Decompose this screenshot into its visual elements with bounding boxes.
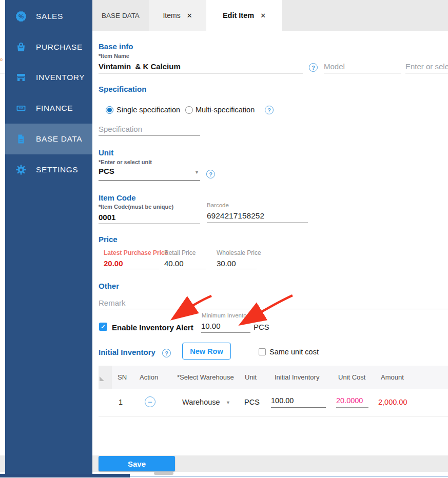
item-code-label: *Item Code(must be unique) (99, 204, 173, 210)
remark-input[interactable] (99, 297, 448, 309)
barcode-label: Barcode (207, 202, 229, 208)
retail-price-input[interactable] (164, 257, 206, 269)
svg-text:%: % (18, 13, 24, 19)
minimum-inventory-unit: PCS (254, 323, 269, 331)
sidebar-item-settings[interactable]: SETTINGS (5, 154, 92, 185)
window-bottom-border (130, 476, 448, 477)
sidebar-item-purchase[interactable]: PURCHASE (5, 32, 92, 63)
item-name-input[interactable] (99, 59, 303, 73)
retail-price-label: Retail Price (164, 249, 196, 256)
item-code-input[interactable] (99, 210, 200, 224)
background-partial-text: o (0, 57, 3, 62)
latest-purchase-price-input[interactable] (104, 257, 159, 269)
finance-banknote-icon: 100 (15, 102, 27, 114)
tab-items[interactable]: Items ✕ (149, 0, 206, 31)
unit-select[interactable]: PCS ▼ (99, 167, 200, 181)
sidebar-item-sales[interactable]: % SALES (5, 1, 92, 32)
col-header-initial-inventory: Initial Inventory (275, 373, 319, 381)
latest-purchase-price-label: Latest Purchase Price (104, 249, 168, 256)
col-header-unit: Unit (245, 373, 257, 381)
close-icon[interactable]: ✕ (187, 12, 192, 19)
tab-label: Items (163, 11, 180, 19)
sidebar-item-label: BASE DATA (36, 134, 82, 144)
section-title-item-code: Item Code (99, 193, 136, 202)
inventory-store-icon (15, 71, 27, 84)
sidebar-item-finance[interactable]: 100 FINANCE (5, 93, 92, 124)
help-icon[interactable]: ? (309, 63, 318, 72)
tab-bar: BASE DATA Items ✕ Edit Item ✕ (92, 0, 448, 31)
row-amount: 2,000.00 (378, 398, 407, 406)
col-header-unit-cost: Unit Cost (338, 373, 365, 381)
remove-row-button[interactable]: − (145, 396, 155, 407)
col-header-action: Action (140, 373, 158, 381)
radio-single-label: Single specification (116, 106, 180, 114)
col-header-warehouse: *Select Warehouse (177, 373, 234, 381)
background-window-sliver: o (0, 0, 5, 478)
close-icon[interactable]: ✕ (260, 12, 266, 19)
category-select-input[interactable] (405, 59, 448, 73)
sales-badge-percent-icon: % (15, 10, 27, 23)
new-row-button[interactable]: New Row (182, 343, 231, 360)
section-title-specification: Specification (99, 85, 146, 93)
horizontal-scrollbar-thumb[interactable] (154, 472, 173, 475)
row-sn: 1 (119, 398, 123, 406)
save-button[interactable]: Save (99, 456, 175, 471)
sidebar-item-base-data[interactable]: BASE DATA (5, 124, 92, 154)
section-title-other: Other (99, 282, 119, 290)
warehouse-select[interactable]: Warehouse (182, 398, 220, 406)
background-line (0, 73, 5, 73)
section-title-base-info: Base info (99, 42, 133, 51)
tab-base-data[interactable]: BASE DATA (92, 0, 149, 31)
row-initial-inventory-input[interactable] (271, 394, 326, 408)
table-row-divider (99, 416, 448, 416)
base-data-document-icon (15, 133, 27, 145)
unit-value: PCS (99, 167, 114, 175)
sidebar: % SALES PURCHASE INVENTORY 100 FINANCE B… (5, 0, 92, 474)
tab-label: Edit Item (223, 11, 254, 19)
unit-label: *Enter or select unit (99, 159, 152, 165)
svg-text:100: 100 (19, 107, 24, 110)
help-icon[interactable]: ? (162, 349, 171, 357)
section-title-initial-inventory: Initial Inventory (99, 348, 155, 356)
model-input[interactable] (324, 59, 401, 73)
purchase-bag-icon (15, 41, 27, 53)
sidebar-item-inventory[interactable]: INVENTORY (5, 62, 92, 93)
row-unit: PCS (244, 398, 260, 406)
item-name-label: *Item Name (99, 53, 129, 59)
tab-edit-item[interactable]: Edit Item ✕ (206, 0, 282, 31)
table-resize-grip-icon (100, 376, 104, 381)
radio-multi-specification[interactable] (185, 106, 193, 114)
sidebar-item-label: FINANCE (36, 104, 73, 113)
specification-input[interactable] (99, 123, 200, 136)
window-bottom-edge (0, 474, 130, 477)
settings-gear-icon (15, 164, 27, 176)
sidebar-item-label: INVENTORY (36, 73, 85, 82)
same-unit-cost-label: Same unit cost (269, 348, 319, 356)
same-unit-cost-checkbox[interactable] (259, 348, 266, 355)
background-footer-sliver (0, 455, 5, 472)
radio-multi-label: Multi-specification (196, 106, 255, 114)
barcode-input[interactable] (207, 209, 308, 223)
row-unit-cost-input[interactable] (336, 394, 368, 408)
sidebar-item-label: PURCHASE (36, 43, 83, 52)
col-header-sn: SN (118, 373, 127, 381)
wholesale-price-input[interactable] (217, 257, 257, 269)
help-icon[interactable]: ? (265, 106, 274, 114)
minimum-inventory-label: Minimum Inventory (202, 312, 251, 318)
minimum-inventory-input[interactable] (201, 320, 250, 333)
col-header-amount: Amount (381, 373, 404, 381)
tab-label: BASE DATA (102, 12, 140, 19)
sidebar-item-label: SALES (36, 12, 63, 21)
sidebar-item-label: SETTINGS (36, 165, 78, 174)
help-icon[interactable]: ? (206, 170, 215, 178)
enable-inventory-alert-label: Enable Inventory Alert (112, 323, 193, 332)
chevron-down-icon: ▼ (194, 170, 199, 175)
section-title-price: Price (99, 235, 118, 244)
section-title-unit: Unit (99, 148, 113, 157)
chevron-down-icon[interactable]: ▼ (226, 400, 230, 405)
wholesale-price-label: Wholesale Price (217, 249, 261, 256)
radio-single-specification[interactable] (106, 106, 113, 114)
enable-inventory-alert-checkbox[interactable]: ✓ (99, 323, 107, 331)
